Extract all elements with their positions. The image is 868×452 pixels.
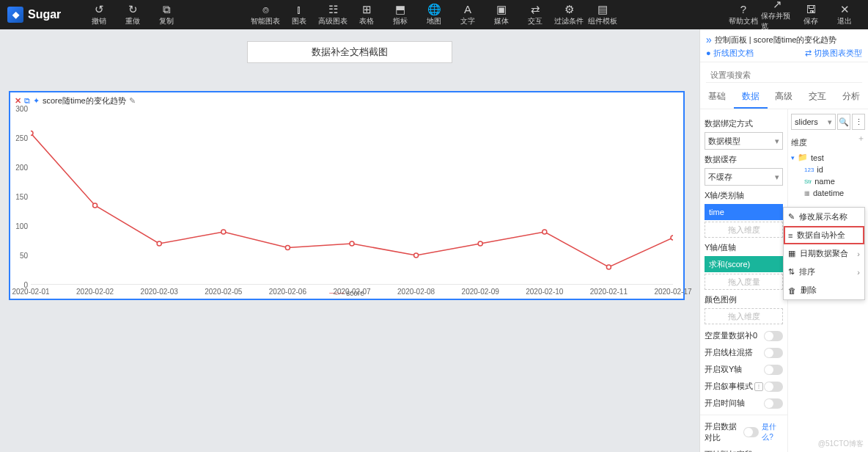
add-dim-icon[interactable]: ＋ xyxy=(857,133,865,151)
ctx-item-3[interactable]: ⇅排序› xyxy=(784,263,864,281)
svg-point-4 xyxy=(221,230,226,234)
chart-container[interactable]: ✕ ⧉ ✦ score随time的变化趋势 ✎ 0501001502002503… xyxy=(9,91,685,300)
dim-tree-root[interactable]: ▾📁test xyxy=(791,151,865,164)
svg-point-11 xyxy=(671,236,673,240)
svg-point-2 xyxy=(93,203,98,208)
dim-label: 维度 xyxy=(791,137,807,148)
svg-point-8 xyxy=(478,241,482,246)
toolbar-right-btn-3[interactable]: ✕退出 xyxy=(828,1,861,28)
panel-tab-分析[interactable]: 分析 xyxy=(834,86,868,109)
y-tick: 50 xyxy=(20,252,28,260)
compare-switch[interactable] xyxy=(743,427,759,437)
toolbar-center-btn-2[interactable]: ☷高级图表 xyxy=(317,1,349,28)
dim-field-name[interactable]: Strname xyxy=(791,175,865,187)
svg-point-5 xyxy=(285,246,290,250)
toolbar-left-btn-1[interactable]: ↻重做 xyxy=(117,1,149,28)
logo-icon: ◆ xyxy=(7,7,23,23)
panel-tab-基础[interactable]: 基础 xyxy=(700,86,734,109)
y-tick: 250 xyxy=(15,134,28,142)
toolbar-center-btn-8[interactable]: ⇄交互 xyxy=(519,1,551,28)
toolbar-center-btn-4[interactable]: ⬒指标 xyxy=(384,1,416,28)
switch-2[interactable] xyxy=(764,365,783,375)
bind-mode-select[interactable]: 数据模型 xyxy=(705,132,783,150)
switch-1[interactable] xyxy=(764,348,783,358)
legend-label: 颜色图例 xyxy=(705,294,783,305)
switch-chart-link[interactable]: ⇄ 切换图表类型 xyxy=(805,48,862,59)
toolbar-center-btn-6[interactable]: A文字 xyxy=(452,1,484,28)
x-tick: 2020-02-05 xyxy=(205,285,242,296)
doc-link[interactable]: ● 折线图文档 xyxy=(706,48,754,59)
x-tick: 2020-02-09 xyxy=(462,285,499,296)
field-search-icon[interactable]: 🔍 xyxy=(837,114,850,130)
switch-label-0: 空度量数据补0 xyxy=(705,330,757,341)
x-tick: 2020-02-11 xyxy=(590,285,628,296)
toolbar-left-btn-0[interactable]: ↺撤销 xyxy=(83,1,115,28)
switch-3[interactable] xyxy=(764,382,783,392)
x-tick: 2020-02-03 xyxy=(141,285,178,296)
dim-field-datetime[interactable]: ▦datetime xyxy=(791,187,865,199)
y-axis-label: Y轴/值轴 xyxy=(705,242,783,253)
x-tick: 2020-02-07 xyxy=(333,285,370,296)
x-axis-drop[interactable]: 拖入维度 xyxy=(705,222,783,238)
switch-label-1: 开启线柱混搭 xyxy=(705,347,753,358)
field-source-select[interactable]: sliders xyxy=(791,114,836,130)
panel-title: 控制面板 | score随time的变化趋势 xyxy=(715,34,837,45)
toolbar-center-btn-3[interactable]: ⊞表格 xyxy=(350,1,383,28)
toolbar-center-btn-0[interactable]: ⌾智能图表 xyxy=(249,1,282,28)
toolbar-right-btn-0[interactable]: ?帮助文档 xyxy=(727,1,760,28)
svg-point-7 xyxy=(414,253,419,258)
panel-tab-高级[interactable]: 高级 xyxy=(768,86,801,109)
switch-label-3: 开启叙事模式! xyxy=(705,381,763,392)
x-tick: 2020-02-02 xyxy=(76,285,114,296)
field-context-menu: ✎修改展示名称≡数据自动补全▦日期数据聚合›⇅排序›🗑删除 xyxy=(783,207,865,300)
ctx-item-0[interactable]: ✎修改展示名称 xyxy=(784,208,864,226)
field-more-icon[interactable]: ⋮ xyxy=(852,114,865,130)
toolbar-center-btn-5[interactable]: 🌐地图 xyxy=(418,1,450,28)
panel-tab-数据[interactable]: 数据 xyxy=(734,86,768,109)
x-tick: 2020-02-08 xyxy=(397,285,435,296)
toolbar-right-btn-2[interactable]: 🖫保存 xyxy=(795,1,827,28)
panel-search-input[interactable] xyxy=(706,67,862,83)
chart-settings-icon[interactable]: ✦ xyxy=(33,96,40,106)
cache-label: 数据缓存 xyxy=(705,154,783,165)
chart-edit-icon[interactable]: ✎ xyxy=(129,96,136,106)
y-tick: 300 xyxy=(15,105,28,113)
drill-label: 下钻附加字段 xyxy=(705,449,783,452)
y-axis-field[interactable]: 求和(score) xyxy=(705,256,783,272)
toolbar-right-btn-1[interactable]: ↗保存并预览 xyxy=(761,1,793,28)
app-name: Sugar xyxy=(28,8,61,21)
ctx-item-1[interactable]: ≡数据自动补全 xyxy=(784,226,864,244)
compare-label: 开启数据对比 xyxy=(705,421,743,443)
right-panel: » 控制面板 | score随time的变化趋势 ● 折线图文档 ⇄ 切换图表类… xyxy=(699,29,868,452)
compare-what-link[interactable]: 是什么? xyxy=(762,422,783,442)
app-logo: ◆ Sugar xyxy=(7,7,61,23)
toolbar-center-btn-9[interactable]: ⚙过滤条件 xyxy=(553,1,585,28)
switch-0[interactable] xyxy=(764,331,783,341)
y-tick: 100 xyxy=(15,222,28,230)
switch-label-4: 开启时间轴 xyxy=(705,398,745,409)
toolbar-left-btn-2[interactable]: ⧉复制 xyxy=(150,1,183,28)
panel-tab-交互[interactable]: 交互 xyxy=(801,86,834,109)
svg-point-1 xyxy=(31,131,33,136)
switch-4[interactable] xyxy=(764,398,783,409)
ctx-item-2[interactable]: ▦日期数据聚合› xyxy=(784,244,864,263)
dim-field-id[interactable]: 123id xyxy=(791,164,865,175)
x-tick: 2020-02-01 xyxy=(12,285,49,296)
y-axis-drop[interactable]: 拖入度量 xyxy=(705,274,783,290)
document-title[interactable]: 数据补全文档截图 xyxy=(247,41,452,63)
x-axis-field[interactable]: time xyxy=(705,204,783,220)
ctx-item-4[interactable]: 🗑删除 xyxy=(784,281,864,299)
chart-title: score随time的变化趋势 xyxy=(43,95,126,106)
cache-select[interactable]: 不缓存 xyxy=(705,168,783,186)
svg-point-9 xyxy=(542,230,547,234)
y-tick: 200 xyxy=(15,164,28,172)
svg-point-6 xyxy=(350,241,354,246)
y-tick: 150 xyxy=(15,193,28,201)
x-tick: 2020-02-10 xyxy=(526,285,563,296)
legend-drop[interactable]: 拖入维度 xyxy=(705,308,783,324)
collapse-panel-icon[interactable]: » xyxy=(706,34,712,45)
toolbar-center-btn-7[interactable]: ▣媒体 xyxy=(485,1,518,28)
toolbar-center-btn-1[interactable]: ⫿图表 xyxy=(283,1,315,28)
svg-point-10 xyxy=(606,265,611,269)
toolbar-center-btn-10[interactable]: ▤组件模板 xyxy=(586,1,619,28)
